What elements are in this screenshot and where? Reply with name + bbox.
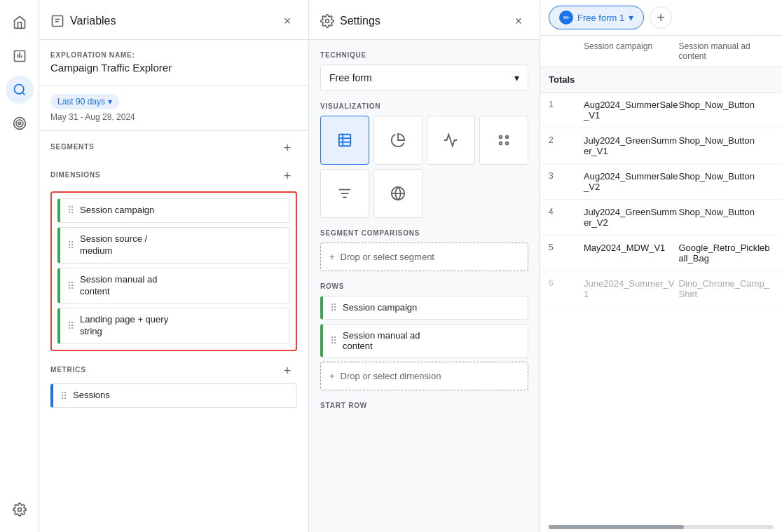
- table-row: 3 Aug2024_SummerSale_V2 Shop_Now_Button: [540, 164, 782, 200]
- row-item-session-manual-ad[interactable]: ⠿ Session manual adcontent: [320, 324, 528, 357]
- svg-point-8: [18, 122, 20, 124]
- drag-icon: ⠿: [67, 280, 74, 292]
- metric-label: Sessions: [73, 390, 110, 402]
- settings-close-button[interactable]: ×: [509, 11, 528, 31]
- data-panel: ✏ Free form 1 ▾ + Session campaign Sessi…: [540, 0, 782, 532]
- row-number: 3: [549, 171, 584, 181]
- dimension-item-session-manual-ad[interactable]: ⠿ Session manual adcontent: [57, 268, 290, 304]
- viz-scatter-button[interactable]: [479, 116, 528, 165]
- table-row: 6 June2024_Summer_V1 Dino_Chrome_Camp_Sh…: [540, 271, 782, 307]
- scrollbar-thumb[interactable]: [549, 525, 684, 529]
- add-metric-button[interactable]: +: [277, 361, 297, 381]
- date-range: May 31 - Aug 28, 2024: [50, 112, 297, 122]
- svg-point-7: [16, 120, 23, 127]
- svg-rect-14: [339, 135, 351, 146]
- start-row-section: START ROW: [320, 402, 528, 409]
- svg-point-13: [326, 20, 329, 23]
- dimension-item-session-source-medium[interactable]: ⠿ Session source /medium: [57, 227, 290, 264]
- viz-table-button[interactable]: [320, 116, 369, 165]
- row-content: Google_Retro_Pickleball_Bag: [679, 243, 774, 264]
- drag-icon: ⠿: [60, 390, 67, 402]
- technique-select[interactable]: Free form ▾: [320, 64, 528, 91]
- left-navigation: [0, 0, 39, 532]
- col-header-content: Session manual ad content: [679, 41, 774, 61]
- row-campaign: June2024_Summer_V1: [584, 278, 679, 299]
- barchart-icon[interactable]: [6, 42, 34, 70]
- target-icon[interactable]: [6, 109, 34, 137]
- start-row-label: START ROW: [320, 402, 528, 409]
- row-content: Dino_Chrome_Camp_Shirt: [679, 278, 774, 299]
- row-item-label: Session manual adcontent: [343, 330, 420, 351]
- dimension-item-session-campaign[interactable]: ⠿ Session campaign: [57, 198, 290, 223]
- date-chip-label: Last 90 days: [57, 97, 105, 107]
- segment-drop-text: Drop or select segment: [341, 252, 434, 262]
- dimensions-label: DIMENSIONS: [50, 171, 100, 179]
- viz-pie-button[interactable]: [373, 116, 423, 165]
- dimension-label: Session manual adcontent: [80, 274, 158, 298]
- exploration-section: EXPLORATION NAME: Campaign Traffic Explo…: [39, 40, 308, 86]
- dimension-label: Landing page + querystring: [80, 314, 168, 338]
- row-content: Shop_Now_Button: [679, 171, 774, 182]
- date-chip[interactable]: Last 90 days ▾: [50, 94, 119, 109]
- table-row: 4 July2024_GreenSummer_V2 Shop_Now_Butto…: [540, 200, 782, 236]
- segment-drop-plus: +: [329, 252, 335, 262]
- metric-item-sessions[interactable]: ⠿ Sessions: [50, 383, 297, 408]
- date-dropdown-icon: ▾: [108, 97, 112, 107]
- table-row: 5 May2024_MDW_V1 Google_Retro_Pickleball…: [540, 236, 782, 271]
- svg-line-5: [22, 93, 25, 95]
- row-number: 4: [549, 207, 584, 217]
- add-dimension-button[interactable]: +: [277, 166, 297, 186]
- dimensions-header: DIMENSIONS +: [45, 163, 303, 191]
- viz-funnel-button[interactable]: [320, 169, 369, 218]
- row-item-session-campaign[interactable]: ⠿ Session campaign: [320, 296, 528, 320]
- svg-point-21: [500, 135, 502, 138]
- svg-point-18: [500, 142, 502, 145]
- row-campaign: July2024_GreenSummer_V2: [584, 207, 679, 228]
- segment-drop-zone[interactable]: + Drop or select segment: [320, 243, 528, 271]
- row-item-label: Session campaign: [343, 302, 417, 313]
- variables-close-button[interactable]: ×: [277, 11, 297, 31]
- metrics-section-header: METRICS +: [39, 354, 308, 383]
- col-header-campaign: Session campaign: [584, 41, 679, 61]
- variables-icon: [50, 14, 64, 28]
- add-segment-button[interactable]: +: [277, 138, 297, 158]
- viz-line-button[interactable]: [427, 116, 476, 165]
- horizontal-scrollbar[interactable]: [549, 525, 774, 529]
- svg-point-9: [18, 508, 21, 512]
- dimension-label: Session source /medium: [80, 233, 147, 257]
- row-number: 2: [549, 135, 584, 145]
- row-campaign: Aug2024_SummerSale_V1: [584, 100, 679, 121]
- exploration-label: EXPLORATION NAME:: [50, 51, 297, 59]
- row-number: 5: [549, 243, 584, 252]
- viz-grid-row2: [320, 169, 528, 218]
- viz-globe-button[interactable]: [373, 169, 423, 218]
- technique-value: Free form: [329, 72, 372, 83]
- data-table-body: 1 Aug2024_SummerSale_V1 Shop_Now_Button …: [540, 93, 782, 522]
- totals-label: Totals: [549, 74, 774, 85]
- free-form-tab[interactable]: ✏ Free form 1 ▾: [549, 6, 644, 29]
- tab-dropdown-icon[interactable]: ▾: [629, 12, 633, 23]
- dimension-item-landing-page[interactable]: ⠿ Landing page + querystring: [57, 308, 290, 344]
- row-number: 1: [549, 100, 584, 109]
- drag-icon: ⠿: [330, 335, 337, 346]
- home-icon[interactable]: [6, 8, 34, 36]
- col-header-num: [549, 41, 584, 61]
- explore-icon[interactable]: [6, 76, 34, 104]
- variables-panel: Variables × EXPLORATION NAME: Campaign T…: [39, 0, 309, 532]
- technique-label: TECHNIQUE: [320, 51, 528, 59]
- viz-grid-row1: [320, 116, 528, 165]
- drag-icon: ⠿: [330, 302, 337, 313]
- visualization-label: VISUALIZATION: [320, 102, 528, 110]
- data-panel-header: ✏ Free form 1 ▾ +: [540, 0, 782, 36]
- add-tab-button[interactable]: +: [650, 6, 672, 29]
- row-campaign: May2024_MDW_V1: [584, 243, 679, 253]
- row-number: 6: [549, 278, 584, 288]
- svg-point-4: [14, 85, 23, 94]
- dimension-label: Session campaign: [80, 205, 154, 217]
- settings-icon[interactable]: [6, 496, 34, 524]
- totals-row: Totals: [540, 67, 782, 93]
- exploration-name: Campaign Traffic Explorer: [50, 62, 297, 74]
- settings-body: TECHNIQUE Free form ▾ VISUALIZATION: [309, 40, 540, 421]
- settings-title-text: Settings: [340, 15, 380, 27]
- drop-dimension-zone[interactable]: + Drop or select dimension: [320, 362, 528, 390]
